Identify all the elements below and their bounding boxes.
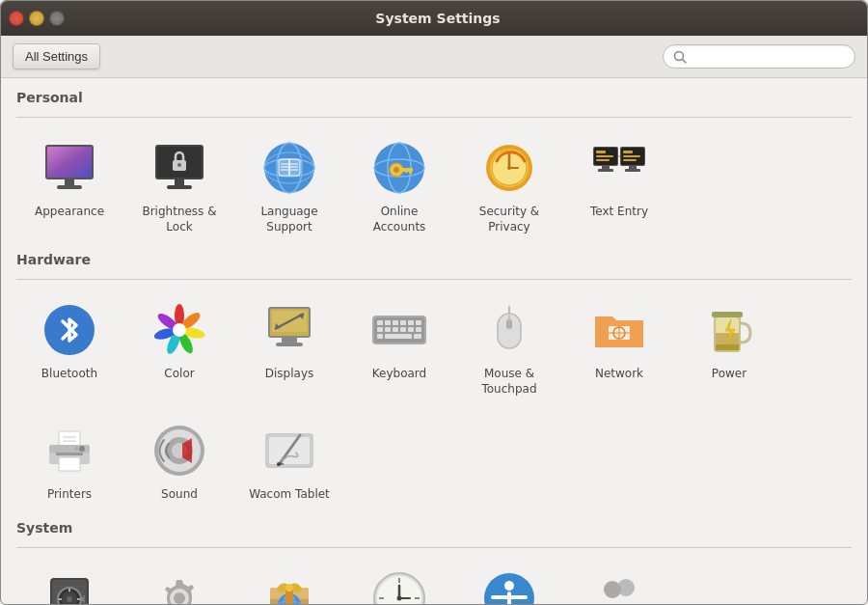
time-date-item[interactable]: Time & Date xyxy=(346,558,452,604)
sound-icon xyxy=(151,423,207,479)
universal-access-item[interactable]: UniversalAccess xyxy=(456,558,562,604)
printers-item[interactable]: Printers xyxy=(16,410,122,512)
wacom-tablet-label: Wacom Tablet xyxy=(249,487,330,503)
universal-access-icon-area xyxy=(478,567,540,604)
svg-rect-73 xyxy=(377,320,383,325)
bluetooth-label: Bluetooth xyxy=(41,367,97,382)
mouse-touchpad-icon xyxy=(490,302,529,358)
software-updates-icon-area xyxy=(258,567,320,604)
mouse-touchpad-icon-area xyxy=(478,299,540,361)
svg-rect-79 xyxy=(377,327,383,332)
svg-rect-11 xyxy=(175,179,184,185)
network-icon xyxy=(591,305,647,355)
svg-rect-75 xyxy=(393,320,398,325)
details-item[interactable]: Details xyxy=(126,558,232,604)
universal-access-icon xyxy=(481,570,537,604)
svg-rect-86 xyxy=(385,334,412,339)
svg-point-110 xyxy=(74,447,78,451)
svg-rect-81 xyxy=(393,327,398,332)
settings-content: Personal xyxy=(1,78,867,604)
security-privacy-icon-area xyxy=(478,137,540,199)
time-date-icon-area xyxy=(368,567,430,604)
text-entry-item[interactable]: Text Entry xyxy=(566,127,672,244)
personal-section: Personal xyxy=(16,90,852,244)
text-entry-icon xyxy=(591,143,647,193)
svg-rect-108 xyxy=(59,457,80,471)
system-section: System xyxy=(16,520,852,604)
svg-rect-52 xyxy=(625,169,640,172)
svg-rect-49 xyxy=(623,155,640,157)
svg-rect-45 xyxy=(598,169,613,172)
language-support-item[interactable]: LanguageSupport xyxy=(236,127,342,244)
svg-rect-6 xyxy=(57,185,82,189)
system-section-title: System xyxy=(16,520,852,539)
displays-item[interactable]: Displays xyxy=(236,289,342,406)
search-input[interactable] xyxy=(692,49,846,64)
svg-rect-77 xyxy=(408,320,414,325)
color-icon-area xyxy=(149,299,210,361)
backups-item[interactable]: Backups xyxy=(16,558,122,604)
svg-rect-76 xyxy=(400,320,406,325)
personal-items-grid: Appearance xyxy=(16,127,852,244)
svg-rect-82 xyxy=(400,327,406,332)
svg-point-153 xyxy=(504,581,514,591)
svg-point-151 xyxy=(397,595,402,600)
sound-item[interactable]: Sound xyxy=(126,410,232,512)
software-updates-item[interactable]: Software &Updates xyxy=(236,558,342,604)
security-privacy-icon xyxy=(481,140,537,196)
window-title: System Settings xyxy=(16,11,859,26)
svg-rect-5 xyxy=(65,179,74,185)
brightness-lock-item[interactable]: Brightness &Lock xyxy=(126,127,232,244)
mouse-touchpad-item[interactable]: Mouse &Touchpad xyxy=(456,289,562,406)
online-accounts-icon-area xyxy=(368,137,430,199)
appearance-item[interactable]: Appearance xyxy=(16,127,122,244)
svg-rect-85 xyxy=(377,334,383,339)
keyboard-label: Keyboard xyxy=(372,367,426,382)
svg-point-109 xyxy=(79,446,85,452)
brightness-lock-icon xyxy=(151,143,207,193)
displays-label: Displays xyxy=(265,367,313,382)
personal-section-title: Personal xyxy=(16,90,852,109)
user-accounts-item[interactable]: UserAccounts xyxy=(566,558,672,604)
bluetooth-item[interactable]: Bluetooth xyxy=(16,289,122,406)
svg-rect-44 xyxy=(602,166,610,169)
svg-rect-4 xyxy=(47,147,92,178)
svg-point-142 xyxy=(285,584,293,591)
network-item[interactable]: Network xyxy=(566,289,672,406)
system-divider xyxy=(16,547,852,548)
sound-label: Sound xyxy=(161,487,198,503)
security-privacy-item[interactable]: Security &Privacy xyxy=(456,127,562,244)
svg-point-10 xyxy=(177,163,181,167)
user-accounts-icon-area xyxy=(588,567,650,604)
language-support-icon-area xyxy=(258,137,320,199)
text-entry-label: Text Entry xyxy=(590,205,648,220)
svg-rect-70 xyxy=(276,343,303,346)
power-item[interactable]: Power xyxy=(676,289,782,406)
security-privacy-label: Security &Privacy xyxy=(479,205,539,234)
svg-point-124 xyxy=(67,596,72,602)
search-box xyxy=(663,44,855,69)
svg-rect-78 xyxy=(416,320,421,325)
color-item[interactable]: Color xyxy=(126,289,232,406)
svg-rect-107 xyxy=(56,453,83,455)
svg-line-1 xyxy=(683,59,687,63)
svg-rect-12 xyxy=(167,185,192,189)
online-accounts-label: OnlineAccounts xyxy=(373,205,426,234)
search-icon xyxy=(673,50,687,64)
color-label: Color xyxy=(164,367,194,382)
svg-rect-31 xyxy=(409,168,412,174)
bluetooth-icon-area xyxy=(39,299,100,361)
online-accounts-icon xyxy=(371,140,427,196)
all-settings-button[interactable]: All Settings xyxy=(13,43,100,69)
color-icon xyxy=(151,302,207,358)
bluetooth-icon xyxy=(41,302,97,358)
online-accounts-item[interactable]: OnlineAccounts xyxy=(346,127,452,244)
text-entry-icon-area xyxy=(588,137,650,199)
titlebar: System Settings xyxy=(1,1,867,36)
keyboard-item[interactable]: Keyboard xyxy=(346,289,452,406)
wacom-tablet-item[interactable]: Wacom Tablet xyxy=(236,410,342,512)
printers-icon xyxy=(41,426,97,476)
wacom-tablet-icon-area xyxy=(258,420,320,481)
svg-rect-130 xyxy=(83,595,85,603)
svg-point-29 xyxy=(393,167,399,173)
